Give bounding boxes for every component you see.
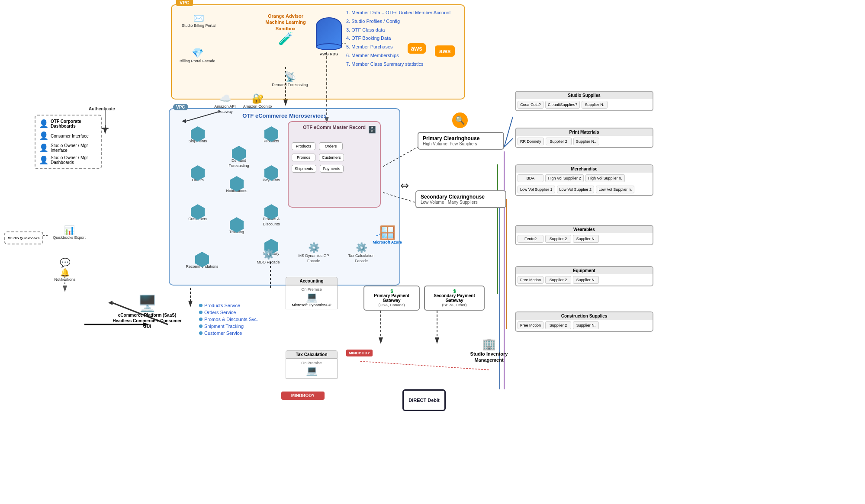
svg-marker-18 xyxy=(188,301,193,307)
quickbooks-export-icon: 📊 xyxy=(64,225,75,235)
mbo-facade-icon: ⚙️ xyxy=(263,249,274,260)
print-supplier-2: Supplier 2 xyxy=(546,138,572,145)
wearables-supplier-1: Fento? xyxy=(518,235,543,243)
cross-icon: ✛ xyxy=(102,123,109,134)
svg-marker-22 xyxy=(63,286,67,292)
products-service-label: Products Service xyxy=(204,303,240,308)
billing-portal-facade: 💎 Billing Portal Facade xyxy=(180,48,215,64)
mr-payments-btn: Payments xyxy=(320,165,344,173)
wearables-supplier-3: Supplier N. xyxy=(573,235,599,243)
equipment-grid: Free Motion Supplier 2 Supplier N. xyxy=(516,274,653,286)
otf-corporate-row: 👤 OTF Corporate Dashboards xyxy=(39,119,97,128)
tax-on-premise-label: On Premise xyxy=(288,361,335,365)
tax-calc-facade-label: Tax Calculation Facade xyxy=(342,254,381,263)
equipment-section: Equipment Free Motion Supplier 2 Supplie… xyxy=(515,266,653,286)
aws-rds-node: AWS RDS xyxy=(316,17,342,57)
studio-owner-mgr-label: Studio Owner / Mgr Interface xyxy=(51,143,97,153)
tax-calc-label: Tax Calculation xyxy=(286,350,338,359)
merch-supplier-4: Low Vol Supplier 1 xyxy=(518,186,555,193)
merch-supplier-3: High Vol Supplier n. xyxy=(585,174,625,182)
secondary-payment-icon: 💲 xyxy=(428,289,480,293)
shipment-service-item: Shipment Tracking xyxy=(199,324,258,329)
accounting-label: Accounting xyxy=(286,277,338,285)
merchandise-grid-row2: Low Vol Supplier 1 Low Vol Supplier 2 Lo… xyxy=(516,184,653,195)
promos-service-item: Promos & Discounts Svc. xyxy=(199,317,258,322)
aws-rds-item-3: 3. OTF Class data xyxy=(346,26,450,35)
svg-marker-30 xyxy=(435,337,439,344)
mr-promos-btn: Promos xyxy=(292,154,315,161)
studio-supplier-3: Supplier N. xyxy=(582,101,608,109)
primary-payment-subtitle: (USA, Canada) xyxy=(368,303,415,307)
notifications-label: Notifications xyxy=(45,277,84,282)
mr-customers-btn: Customers xyxy=(319,154,344,161)
demand-forecasting-node: 📡 Demand Forecasting xyxy=(270,71,309,88)
studio-owner-mgr-icon: 👤 xyxy=(39,143,48,153)
notifications-icon: 💬 xyxy=(60,258,71,267)
studio-supplies-section: Studio Supplies Coca-Cola? CleanItSuppli… xyxy=(515,91,653,111)
mindbody-top-node: MINDBODY xyxy=(346,350,373,356)
mindbody-bottom-label: MINDBODY xyxy=(281,392,325,400)
studio-supplier-1: Coca-Cola? xyxy=(518,101,543,109)
orders-service-label: Orders Service xyxy=(204,310,236,315)
ms-dynamics-facade-icon: ⚙️ xyxy=(308,242,320,253)
studio-owner-mgr-dashboard-label: Studio Owner / Mgr Dashboards xyxy=(51,155,97,165)
consumer-interface-label: Consumer Interface xyxy=(51,134,89,138)
studio-billing-portal-node: ✉️ Studio Billing Portal xyxy=(182,13,215,29)
services-list: Products Service Orders Service Promos &… xyxy=(199,303,258,337)
mindbody-bottom-node: MINDBODY xyxy=(281,392,325,400)
consumer-interface-icon: 👤 xyxy=(39,131,48,141)
mr-orders-btn: Orders xyxy=(319,142,343,150)
primary-clearinghouse-title: Primary Clearinghouse xyxy=(423,135,499,141)
secondary-payment-title: Secondary Payment Gateway xyxy=(428,293,480,303)
orders-node: Payments xyxy=(256,165,286,183)
wearables-section: Wearables Fento? Supplier 2 Supplier N. xyxy=(515,225,653,245)
construction-supplier-2: Supplier 2 xyxy=(545,321,571,329)
ecomm-platform-icon: 🖥️ xyxy=(138,294,157,312)
products-service-item: Products Service xyxy=(199,303,258,308)
aws-rds-item-1: 1. Member Data – OTFs Unified Member Acc… xyxy=(346,9,450,17)
billing-portal-label: Billing Portal Facade xyxy=(180,59,215,64)
merchandise-title: Merchandise xyxy=(516,165,653,173)
aws-rds-item-2: 2. Studio Profiles / Config xyxy=(346,17,450,26)
primary-payment-title: Primary Payment Gateway xyxy=(368,293,415,303)
products-node: Products xyxy=(256,126,286,144)
quickbooks-export-label: Quickbooks Export xyxy=(52,235,87,241)
orange-advisor-label: Orange Advisor Machine Learning Sandbox xyxy=(260,13,312,32)
print-materials-grid: RR Donnely Supplier 2 Supplier N.. xyxy=(516,136,653,147)
svg-marker-28 xyxy=(379,337,383,344)
mbo-facade-node: ⚙️ MBO Facade xyxy=(251,249,286,265)
merch-supplier-6: Low Vol Supplier n. xyxy=(596,186,634,193)
studio-quickbooks-box: Studio Quickbooks xyxy=(4,231,43,244)
primary-clearinghouse-box: Primary Clearinghouse High Volume, Few S… xyxy=(418,132,504,150)
payments-node: Orders xyxy=(183,165,213,183)
tax-calc-facade-icon: ⚙️ xyxy=(356,242,367,253)
wearables-title: Wearables xyxy=(516,226,653,233)
ms-dynamics-facade-node: ⚙️ MS Dynamics GP Facade xyxy=(294,242,333,263)
shipments-node: Shipments xyxy=(183,126,213,144)
mr-products-btn: Products xyxy=(292,142,315,150)
secondary-clearinghouse-subtitle: Low Volume , Many Suppliers xyxy=(421,200,501,205)
merch-supplier-5: Low Vol Supplier 2 xyxy=(557,186,595,193)
master-record-title: OTF eComm Master Record xyxy=(303,125,366,130)
aws-rds-label: AWS RDS xyxy=(316,52,342,57)
demand-forecasting-inner: Demand Forecasting xyxy=(222,146,256,168)
wearables-grid: Fento? Supplier 2 Supplier N. xyxy=(516,233,653,244)
mbo-facade-label: MBO Facade xyxy=(251,260,286,265)
otf-vpc-tag: VPC xyxy=(173,104,188,110)
studio-inventory-label: Studio Inventory Management xyxy=(459,351,519,363)
otf-microservices-title: OTF eCommerce Microservices xyxy=(242,112,326,119)
studio-inventory-icon: 🏢 xyxy=(482,337,496,350)
direct-debit-node: DIRECT Debit xyxy=(398,389,450,411)
promos-service-label: Promos & Discounts Svc. xyxy=(204,317,258,322)
svg-line-11 xyxy=(504,117,513,147)
primary-payment-gateway: 💲 Primary Payment Gateway (USA, Canada) xyxy=(363,286,420,311)
quickbooks-export-node: 📊 Quickbooks Export xyxy=(52,225,87,241)
accounting-on-premise: On Premise 💻 Microsoft DynamicsGP xyxy=(286,285,338,309)
customers-node: Promos & Discounts xyxy=(256,204,286,227)
orange-advisor-node: Orange Advisor Machine Learning Sandbox … xyxy=(260,13,312,46)
merch-supplier-2: High Vol Supplier 2 xyxy=(545,174,584,182)
ecomm-platform-node: 🖥️ eCommerce Platform (SaaS) Headless Co… xyxy=(113,294,182,329)
merchandise-grid-row1: BDA High Vol Supplier 2 High Vol Supplie… xyxy=(516,173,653,184)
tracking-node: Tracking xyxy=(219,217,254,235)
merchandise-section: Merchandise BDA High Vol Supplier 2 High… xyxy=(515,164,653,196)
